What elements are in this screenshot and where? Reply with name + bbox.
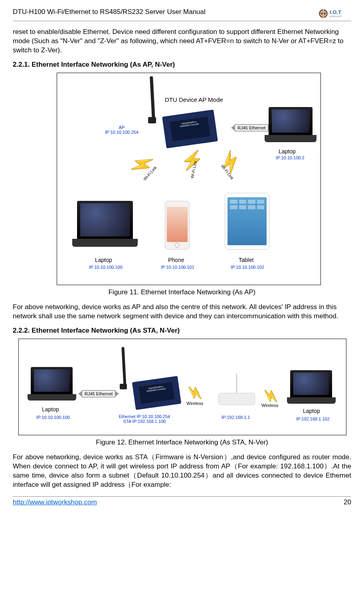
section-221-paragraph: For above networking, device works as AP…	[13, 303, 351, 321]
laptop-right-name: Laptop	[279, 148, 296, 155]
f12-laptop-left-base-icon	[28, 394, 76, 401]
figure-11-caption: Figure 11. Ethernet Interface Networking…	[13, 288, 351, 296]
page-number: 20	[344, 498, 351, 506]
laptop-left-name: Laptop	[95, 257, 112, 263]
f12-laptop-left-ip: IP:10.10.100.100	[36, 415, 70, 420]
section-heading-221: 2.2.1. Ethernet Interface Networking (As…	[13, 61, 351, 69]
iot-logo-icon: I.O.T WORKSHOP	[318, 8, 351, 19]
phone-ip: IP:10.10.100.101	[161, 265, 194, 270]
f12-laptop-right-icon	[290, 370, 332, 397]
footer-link[interactable]: http://www.iotworkshop.com	[13, 498, 97, 506]
svg-text:WORKSHOP: WORKSHOP	[330, 15, 342, 18]
fig11-title: DTU Device AP Mode	[165, 96, 223, 103]
intro-paragraph: reset to enable/disable Ethernet. Device…	[13, 28, 351, 55]
ap-label: AP IP:10.10.100.254	[105, 125, 138, 135]
f12-antenna-icon	[121, 347, 126, 387]
doc-title: DTU-H100 Wi-Fi/Ethernet to RS485/RS232 S…	[13, 8, 206, 16]
section-heading-222: 2.2.2. Ethernet Interface Networking (As…	[13, 327, 351, 335]
f12-rj45-arrow: RJ45 Ethernet	[82, 390, 115, 397]
figure-12-caption: Figure 12. Ethernet Interface Networking…	[13, 438, 351, 446]
svg-text:I.O.T: I.O.T	[330, 9, 341, 15]
dtu-device-icon: RS232/RS485 toRJ45&WiFi Converter	[162, 109, 218, 148]
figure-11: DTU Device AP Mode RS232/RS485 toRJ45&Wi…	[57, 73, 321, 285]
f12-laptop-right-ip: IP:192.168.1.102	[296, 417, 330, 421]
page-footer: http://www.iotworkshop.com 20	[13, 496, 351, 506]
section-222-paragraph: For above networking, device works as ST…	[13, 453, 351, 490]
antenna-base-icon	[148, 117, 156, 123]
tablet-icon	[225, 193, 269, 250]
f12-wireless-1: Wireless	[186, 401, 203, 406]
laptop-left-icon	[77, 201, 133, 239]
bolt-icon: ⚡	[128, 150, 157, 178]
logo: I.O.T WORKSHOP	[318, 8, 351, 19]
laptop-right-ip: IP:10.10.100.2	[276, 155, 305, 160]
laptop-left-base-icon	[72, 239, 138, 247]
bolt-icon: ⚡	[216, 149, 244, 176]
dtu-antenna-icon	[150, 76, 155, 120]
f12-dtu-icon: RS232/RS485 toRJ45&WiFi Converter	[132, 376, 182, 410]
phone-name: Phone	[168, 257, 184, 263]
phone-icon	[165, 201, 190, 250]
laptop-right-icon	[269, 107, 313, 135]
figure-12: Laptop IP:10.10.100.100 RJ45 Ethernet RS…	[18, 339, 346, 435]
laptop-right-base-icon	[265, 135, 317, 142]
router-icon	[218, 393, 255, 405]
laptop-left-ip: IP:10.10.100.100	[89, 265, 123, 270]
tablet-name: Tablet	[239, 257, 253, 263]
f12-antenna-base-icon	[120, 384, 127, 389]
bolt-icon: ⚡	[186, 383, 204, 403]
f12-dtu-ips: Ethernet IP:10.10.100.254 STA IP:192.168…	[111, 414, 178, 424]
f12-laptop-right-name: Laptop	[303, 408, 320, 414]
f12-laptop-left-name: Laptop	[42, 406, 59, 413]
tablet-ip: IP:10.10.100.102	[231, 265, 264, 270]
f12-laptop-left-icon	[31, 367, 73, 394]
page-header: DTU-H100 Wi-Fi/Ethernet to RS485/RS232 S…	[13, 8, 351, 21]
f12-wireless-2: Wireless	[261, 403, 278, 408]
f12-laptop-right-base-icon	[287, 397, 336, 404]
router-antenna-icon	[236, 373, 237, 393]
rj45-arrow: RJ45 Ethernet	[235, 124, 268, 131]
router-ip: IP:192.168.1.1	[222, 415, 250, 420]
